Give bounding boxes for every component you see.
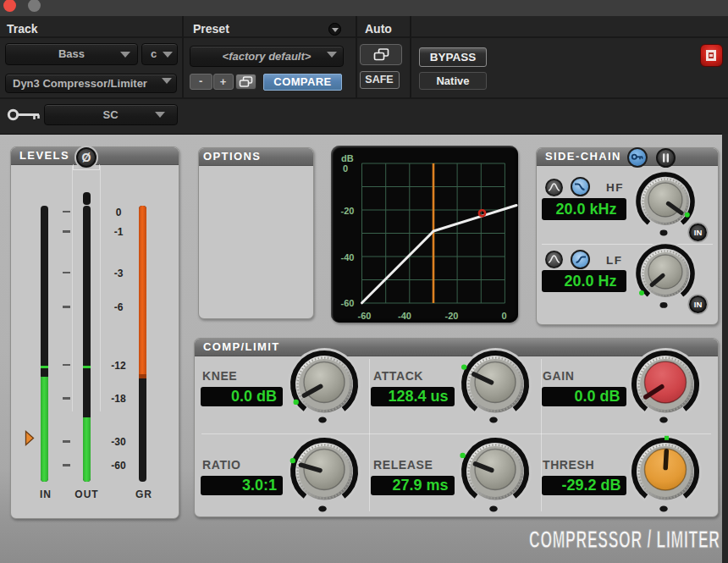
svg-text:0: 0 <box>501 311 506 321</box>
svg-text:-60: -60 <box>358 311 372 321</box>
svg-text:0: 0 <box>343 163 348 173</box>
svg-text:-60: -60 <box>341 298 355 308</box>
svg-text:dB: dB <box>341 153 354 163</box>
svg-text:-20: -20 <box>445 311 459 321</box>
svg-text:-40: -40 <box>341 252 355 262</box>
svg-text:-20: -20 <box>341 205 355 215</box>
svg-text:-40: -40 <box>398 311 411 321</box>
